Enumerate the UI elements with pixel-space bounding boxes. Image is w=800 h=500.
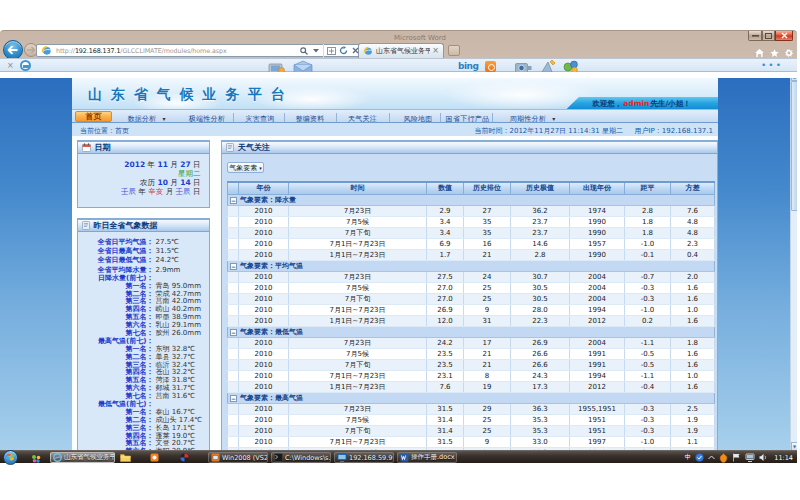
table-row[interactable]: 20101月1日~7月23日7.61917.32012-0.41.6: [228, 382, 715, 393]
search-icon[interactable]: [298, 45, 310, 56]
page-viewport: 山 东 省 气 候 业 务 平 台 欢迎您，admin 先生/小姐！ 首页数据分…: [0, 72, 797, 451]
taskbar-button[interactable]: [148, 452, 175, 463]
taskbar-button[interactable]: C:\Windows\s...: [271, 452, 331, 463]
taskbar-button[interactable]: Win2008 (VS2...: [208, 452, 268, 463]
minimize-button[interactable]: [748, 31, 762, 41]
collapse-icon[interactable]: −: [230, 197, 237, 204]
taskbar-button[interactable]: [118, 452, 145, 463]
table-cell: 1955,1951: [570, 404, 625, 415]
column-header[interactable]: 数值: [427, 182, 464, 195]
table-cell: 23.1: [427, 371, 464, 382]
group-header-row[interactable]: −气象要素：平均气温: [228, 261, 715, 272]
new-tab-button[interactable]: [448, 45, 460, 56]
nav-item-home[interactable]: 首页: [75, 111, 112, 122]
table-row[interactable]: 20107月1日~7月23日26.9928.01994-1.01.0: [228, 305, 715, 316]
page-content-sheet: 山 东 省 气 候 业 务 平 台 欢迎您，admin 先生/小姐！ 首页数据分…: [72, 72, 718, 451]
table-row[interactable]: 20107月23日27.52430.72004-0.72.0: [228, 272, 715, 283]
table-cell: 2010: [239, 283, 289, 294]
tab-close-icon[interactable]: ×: [432, 47, 439, 55]
taskbar-button[interactable]: [178, 452, 205, 463]
table-cell: 4.8: [671, 217, 715, 228]
bing-button-icon[interactable]: [485, 61, 496, 72]
table-row[interactable]: 20107月下旬23.52126.61991-0.51.6: [228, 360, 715, 371]
table-cell: 2010: [239, 338, 289, 349]
maximize-button[interactable]: [762, 31, 775, 41]
network-icon[interactable]: [745, 453, 755, 462]
table-cell: 23.5: [427, 349, 464, 360]
vertical-scrollbar[interactable]: ▲ ▼: [790, 72, 797, 451]
compatibility-view-icon[interactable]: [325, 45, 337, 56]
refresh-icon[interactable]: [337, 45, 349, 56]
autocomplete-dropdown-icon[interactable]: [310, 45, 322, 56]
taskbar-clock[interactable]: 11:14: [774, 454, 793, 462]
table-row[interactable]: 20107月23日24.21726.92004-1.11.8: [228, 338, 715, 349]
blocker-icon[interactable]: [20, 60, 31, 71]
volume-icon[interactable]: [759, 453, 767, 462]
collapse-icon[interactable]: −: [230, 329, 237, 336]
expand-cell: [228, 294, 239, 305]
group-header-row[interactable]: −气象要素：最低气温: [228, 327, 715, 338]
column-header[interactable]: 方差: [671, 182, 715, 195]
action-center-flag-icon[interactable]: [732, 453, 741, 462]
table-row[interactable]: 20107月下旬31.42535.31951-0.31.9: [228, 426, 715, 437]
table-row[interactable]: 20101月1日~7月23日12.03122.320120.21.6: [228, 316, 715, 327]
breadcrumb: 当前位置：首页: [80, 126, 129, 136]
table-cell: 26.6: [511, 360, 570, 371]
tools-gear-icon[interactable]: [783, 47, 795, 58]
security-tray-icon[interactable]: [719, 453, 728, 463]
favorites-star-icon[interactable]: [768, 47, 780, 58]
table-row[interactable]: 20101月1日~7月23日1.7212.81990-0.10.4: [228, 250, 715, 261]
weather-panel-body: 全省日平均气温：27.5℃全省日最高气温：31.5℃全省日最低气温：24.2℃全…: [78, 232, 209, 450]
table-cell: 0.4: [671, 250, 715, 261]
element-dropdown-button[interactable]: 气象要素▾: [227, 162, 264, 173]
input-language-indicator[interactable]: 中: [685, 453, 692, 462]
scrollbar-up-icon[interactable]: ▲: [791, 72, 797, 81]
table-row[interactable]: 20107月5候27.02530.52004-0.31.6: [228, 283, 715, 294]
column-header[interactable]: 年份: [239, 182, 289, 195]
table-row[interactable]: 20107月1日~7月23日6.91614.61957-1.02.3: [228, 239, 715, 250]
taskbar-button[interactable]: 山东省气候业务平...: [50, 452, 115, 463]
weather-data-table: 年份时间数值历史排位历史极值出现年份距平方差 −气象要素：降水量20107月23…: [227, 181, 715, 451]
close-button[interactable]: [775, 31, 793, 41]
browser-tab[interactable]: 山东省气候业务平... ×: [358, 43, 444, 58]
tray-app-icon[interactable]: [695, 453, 704, 462]
taskbar-button[interactable]: 192.168.59.99...: [334, 452, 394, 463]
table-row[interactable]: 20107月1日~7月23日31.5933.01997-1.01.1: [228, 437, 715, 448]
table-row[interactable]: 20107月23日31.52936.31955,1951-0.32.5: [228, 404, 715, 415]
table-cell: 30.5: [511, 294, 570, 305]
column-header[interactable]: 时间: [289, 182, 427, 195]
taskbar-button[interactable]: 操作手册.docx ..: [397, 452, 457, 463]
table-row[interactable]: 20107月下旬3.43523.719901.84.8: [228, 228, 715, 239]
group-header-row[interactable]: −气象要素：降水量: [228, 195, 715, 206]
scrollbar-thumb[interactable]: [791, 81, 797, 211]
collapse-icon[interactable]: −: [230, 263, 237, 270]
table-row[interactable]: 20107月23日2.92736.219742.87.6: [228, 206, 715, 217]
stat-label: 全省日最高气温：: [98, 247, 154, 256]
table-cell: 2010: [239, 250, 289, 261]
column-header[interactable]: 距平: [625, 182, 671, 195]
table-row[interactable]: 20107月5候23.52126.61991-0.51.6: [228, 349, 715, 360]
quick-launch-icon[interactable]: [31, 454, 41, 463]
table-row[interactable]: 20107月1日~7月23日23.1824.31994-1.11.0: [228, 371, 715, 382]
group-header-row[interactable]: −气象要素：最高气温: [228, 393, 715, 404]
table-row[interactable]: 20107月5候3.43523.719901.84.8: [228, 217, 715, 228]
table-row[interactable]: 20107月下旬27.02530.52004-0.31.6: [228, 294, 715, 305]
column-header[interactable]: 历史极值: [511, 182, 570, 195]
table-cell: -0.3: [625, 426, 671, 437]
show-hidden-icons-icon[interactable]: [708, 455, 715, 460]
expand-cell: [228, 228, 239, 239]
address-bar[interactable]: http://192.168.137.1/GLCCLIMATE/modules/…: [36, 44, 362, 57]
toolbar-overflow-dots[interactable]: •••: [761, 60, 783, 70]
home-icon[interactable]: [753, 47, 765, 58]
table-row[interactable]: 20107月5候31.42535.31951-0.31.9: [228, 415, 715, 426]
collapse-icon[interactable]: −: [230, 395, 237, 402]
expand-cell: [228, 239, 239, 250]
column-header[interactable]: 出现年份: [570, 182, 625, 195]
system-tray: 中 11:14: [685, 451, 797, 464]
toolbar-close-icon[interactable]: ×: [7, 62, 14, 70]
back-button[interactable]: [3, 40, 23, 60]
start-button[interactable]: [3, 450, 18, 465]
bing-logo[interactable]: bing: [458, 61, 478, 71]
cmd-taskbar-icon: [274, 453, 283, 462]
column-header[interactable]: 历史排位: [464, 182, 511, 195]
